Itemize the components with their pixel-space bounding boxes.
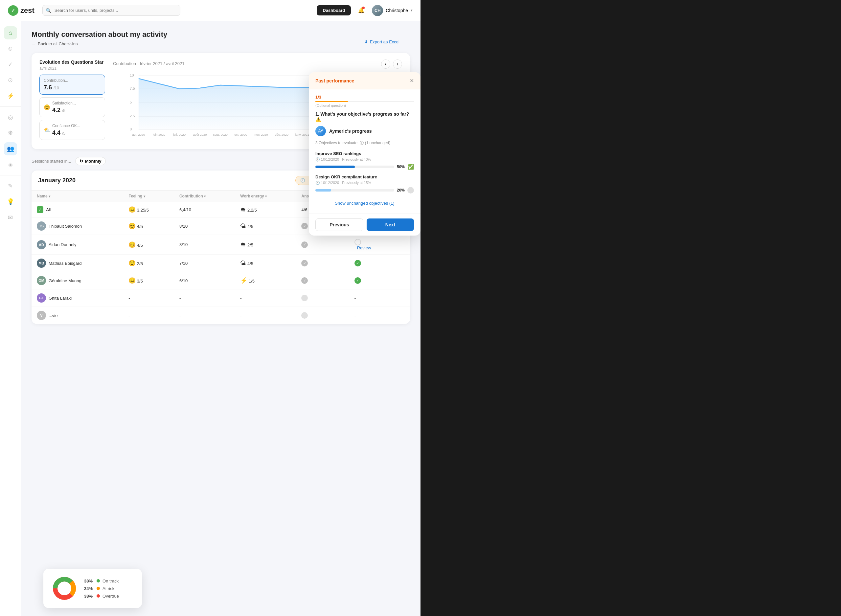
export-link[interactable]: ⬇ Export as Excel <box>364 40 400 44</box>
question-title: 1. What's your objective's progress so f… <box>315 111 414 122</box>
clock-icon: 🕐 <box>300 178 305 183</box>
chart-next-button[interactable]: › <box>393 59 402 69</box>
at-risk-dot <box>97 587 100 590</box>
period-label: Monthly <box>85 159 101 164</box>
overdue-label: Overdue <box>103 594 119 598</box>
feeling-geraldine: 😐 3/5 <box>123 272 174 289</box>
metric-card-contribution[interactable]: Contribution... 7.6 /10 <box>40 75 105 95</box>
sidebar-item-users[interactable]: 👥 <box>4 142 17 155</box>
sidebar-item-puzzle[interactable]: ❋ <box>4 126 17 139</box>
check-grey-mathias: ✓ <box>301 260 308 267</box>
myreviews-mathias: ✓ <box>349 255 410 272</box>
chart-prev-button[interactable]: ‹ <box>381 59 390 69</box>
search-input[interactable] <box>42 5 180 16</box>
metric-label-0: Contribution... <box>44 78 101 83</box>
name-cell-geraldine: GM Géraldine Muong <box>37 276 118 285</box>
feeling-vie: - <box>123 307 174 324</box>
row-name-geraldine: Géraldine Muong <box>48 278 82 283</box>
svg-text:déc. 2020: déc. 2020 <box>275 133 289 136</box>
smiley-icon: 😊 <box>44 104 50 110</box>
star-title: Evolution des Questions Star <box>40 59 105 65</box>
table-row-mathias: MB Mathias Boisgard 😟 2/5 7/10 🌤 4/5 ✓ ✓ <box>32 255 410 272</box>
metric-label-1: Satisfaction... <box>52 101 76 106</box>
progress-fill <box>315 101 348 102</box>
feeling-thibault: 😊 4/5 <box>123 217 174 235</box>
logo-icon: ✓ <box>8 5 18 16</box>
sidebar-item-people[interactable]: ⚡ <box>4 89 17 103</box>
workenergy-all: 🌧 2,2/5 <box>235 202 296 217</box>
star-left: Evolution des Questions Star avril 2021 … <box>40 59 105 142</box>
on-track-dot <box>97 579 100 582</box>
user-name: Christophe <box>386 8 408 13</box>
feeling-all: 😐 3,25/5 <box>123 202 174 217</box>
col-workenergy: Work energy ▾ <box>235 191 296 202</box>
objectives-meta: 3 Objectives to evaluate ⓘ (1 unchanged) <box>315 140 414 146</box>
notification-icon[interactable]: 🔔 <box>356 5 366 16</box>
metric-card-confiance[interactable]: ⛅ Confiance OK... 4.4 /5 <box>40 120 105 140</box>
perf-header: Past performance ✕ <box>309 72 420 89</box>
donut-chart <box>51 575 78 601</box>
workenergy-ghita: - <box>235 289 296 307</box>
export-label: Export as Excel <box>370 40 400 44</box>
next-button[interactable]: Next <box>366 219 414 231</box>
svg-text:janv. 2021: janv. 2021 <box>294 133 309 136</box>
show-unchanged-link[interactable]: Show unchanged objectives (1) <box>315 198 414 208</box>
check-empty-vie <box>301 312 308 319</box>
answered-aidan: ✓ <box>296 235 349 255</box>
objective-1: Improve SEO rankings 🕐 10/12/2020 Previo… <box>315 151 414 170</box>
objective-2: Design OKR compliant feature 🕐 10/12/202… <box>315 175 414 194</box>
close-button[interactable]: ✕ <box>410 78 414 84</box>
obj-bar-track-2 <box>315 189 394 192</box>
col-name: Name ▾ <box>32 191 123 202</box>
user-area[interactable]: CH Christophe ▾ <box>372 5 413 16</box>
sidebar-item-check[interactable]: ✓ <box>4 58 17 71</box>
contribution-geraldine: 6/10 <box>174 272 235 289</box>
metric-value-2: 4.4 /5 <box>52 129 80 136</box>
sidebar-item-edit[interactable]: ✎ <box>4 179 17 192</box>
review-link-aidan[interactable]: Review <box>357 245 371 250</box>
obj-date-2: 🕐 10/12/2020 Previously at 15% <box>315 181 414 185</box>
workenergy-mathias: 🌤 4/5 <box>235 255 296 272</box>
at-risk-label: At risk <box>103 586 114 591</box>
previous-button[interactable]: Previous <box>315 219 363 231</box>
sidebar-item-home[interactable]: ⌂ <box>4 26 17 40</box>
aymeric-avatar: AY <box>315 126 326 136</box>
sidebar-item-idea[interactable]: 💡 <box>4 195 17 208</box>
legend-on-track: 38% On track <box>84 579 119 584</box>
name-cell-aidan: AD Aidan Donnely <box>37 240 118 249</box>
dashboard-button[interactable]: Dashboard <box>317 5 351 15</box>
svg-text:0: 0 <box>130 127 132 131</box>
monthly-badge[interactable]: ↻ Monthly <box>75 157 106 165</box>
sidebar-item-mail[interactable]: ✉ <box>4 211 17 224</box>
back-link[interactable]: ← Back to all Check-ins <box>32 41 410 46</box>
answered-mathias: ✓ <box>296 255 349 272</box>
col-feeling: Feeling ▾ <box>123 191 174 202</box>
table-row-vie: V ...vie - - - - <box>32 307 410 324</box>
sidebar-item-smiley[interactable]: ☺ <box>4 42 17 55</box>
obj-title-2: Design OKR compliant feature <box>315 175 414 179</box>
svg-text:août 2020: août 2020 <box>193 133 207 136</box>
sidebar-item-circle[interactable]: ◎ <box>4 111 17 124</box>
checkbox-all[interactable]: ✓ <box>37 206 43 213</box>
check-circle-geraldine: ✓ <box>355 277 361 284</box>
svg-text:10: 10 <box>130 73 134 77</box>
obj-date-1: 🕐 10/12/2020 Previously at 40% <box>315 157 414 161</box>
sessions-label: Sessions started in... <box>32 159 71 164</box>
check-grey-aidan: ✓ <box>301 242 308 248</box>
row-name-vie: ...vie <box>48 313 57 318</box>
sidebar-item-bell[interactable]: ◈ <box>4 158 17 171</box>
nav-right: Dashboard 🔔 CH Christophe ▾ <box>317 5 413 16</box>
metric-card-satisfaction[interactable]: 😊 Satisfaction... 4.2 /5 <box>40 97 105 117</box>
name-cell-ghita: GL Ghita Laraki <box>37 293 118 302</box>
row-name-mathias: Mathias Boisgard <box>48 261 82 266</box>
name-cell-mathias: MB Mathias Boisgard <box>37 258 118 268</box>
sidebar-item-target[interactable]: ⊙ <box>4 73 17 87</box>
table-row-aidan: AD Aidan Donnely 😊 4/5 3/10 🌧 2/5 ✓ Revi… <box>32 235 410 255</box>
logo[interactable]: ✓ zest <box>8 5 35 16</box>
workenergy-thibault: 🌤 4/5 <box>235 217 296 235</box>
search-bar: 🔍 <box>42 5 180 16</box>
contribution-thibault: 8/10 <box>174 217 235 235</box>
check-empty-ghita <box>301 295 308 301</box>
obj-pct-2: 20% <box>397 188 405 192</box>
star-date: avril 2021 <box>40 66 105 70</box>
